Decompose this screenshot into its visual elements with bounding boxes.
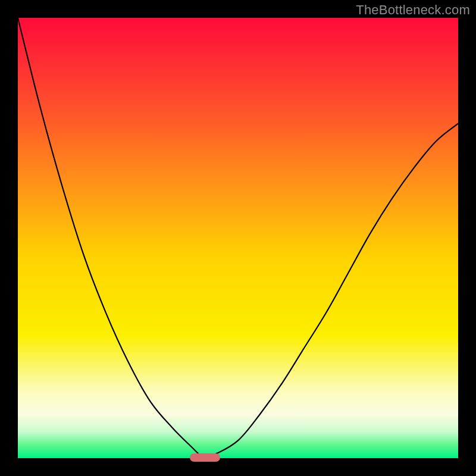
watermark-text: TheBottleneck.com	[356, 2, 470, 18]
chart-frame: TheBottleneck.com	[0, 0, 476, 476]
bottleneck-marker	[190, 453, 221, 462]
plot-background-gradient	[18, 18, 458, 458]
